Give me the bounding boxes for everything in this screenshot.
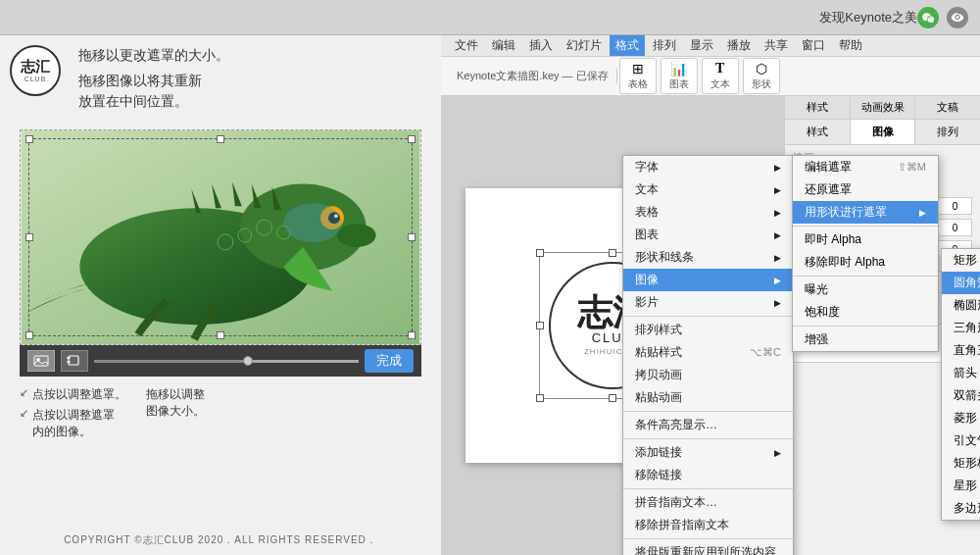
divider2 (793, 299, 972, 300)
image-tab-arrange[interactable]: 排列 (915, 120, 980, 144)
image-tabs: 样式 图像 排列 (785, 120, 980, 145)
tab-animation[interactable]: 动画效果 (851, 96, 916, 119)
keynote-toolbar: Keynote文素描图.key — 已保存 ⊞ 表格 📊 图表 T 文本 ⬡ 形… (441, 57, 980, 96)
svg-point-6 (337, 224, 376, 247)
canvas-handle-ml[interactable] (536, 322, 544, 329)
sharpness-label: 锐度 (793, 242, 814, 257)
description-label: 描述 (793, 306, 972, 320)
canvas-handle-bl[interactable] (536, 394, 544, 402)
canvas-area[interactable]: 志汇 CLUB ZHIHUICLUB (441, 96, 784, 555)
table-btn[interactable]: ⊞ 表格 (619, 58, 657, 94)
svg-point-11 (283, 203, 341, 242)
file-tab: Keynote文素描图.key — 已保存 (449, 69, 617, 83)
canvas-handle-tm[interactable] (609, 249, 616, 257)
menu-play[interactable]: 播放 (721, 35, 757, 56)
bottom-annotations: ↙ 点按以调整遮罩。 ↙ 点按以调整遮罩 内的图像。 拖移以调整 图像大小。 (0, 377, 441, 450)
right-panel: 样式 动画效果 文稿 样式 图像 排列 遮罩 (784, 96, 980, 555)
tutorial-hints: 拖移以更改遮罩的大小。 拖移图像以将其重新 放置在中间位置。 (0, 35, 441, 122)
menu-window[interactable]: 窗口 (796, 35, 831, 56)
mask-buttons (793, 170, 972, 189)
menu-format[interactable]: 格式 (610, 35, 645, 56)
divider1 (793, 264, 972, 265)
canvas-handle-br[interactable] (681, 394, 689, 402)
saturation-label: 饱和度 (793, 221, 825, 235)
sharpness-slider[interactable] (820, 248, 932, 251)
menu-share[interactable]: 共享 (759, 35, 794, 56)
logo-zh-text: 志汇 (577, 295, 648, 330)
image-tab-image[interactable]: 图像 (851, 120, 916, 144)
sidebar-inner: 遮罩 曝光 (785, 145, 980, 369)
logo-circle: 志汇 CLUB ZHIHUICLUB (549, 262, 676, 389)
keynote-panel: 文件 编辑 插入 幻灯片 格式 排列 显示 播放 共享 窗口 帮助 Keynot… (441, 35, 980, 555)
canvas-handle-bm[interactable] (609, 394, 616, 402)
canvas-handle-tr[interactable] (681, 249, 689, 257)
sharpness-row: 锐度 (793, 240, 972, 258)
top-bar: 发现Keynote之美 (0, 0, 980, 35)
svg-rect-12 (34, 356, 48, 366)
hint2: 拖移图像以将其重新 放置在中间位置。 (78, 71, 421, 112)
image-toolbar: 完成 (20, 345, 421, 377)
tutorial-panel: 志汇 CLUB 拖移以更改遮罩的大小。 拖移图像以将其重新 放置在中间位置。 (0, 35, 441, 555)
zhihui-watermark: 志汇CLUB (691, 530, 772, 547)
top-bar-icons (917, 7, 968, 28)
menu-pinyin[interactable]: 拼音指南文本… (623, 491, 793, 514)
saturation-input[interactable] (938, 219, 972, 236)
hint1: 拖移以更改遮罩的大小。 (78, 47, 421, 65)
chart-btn[interactable]: 📊 图表 (661, 58, 698, 94)
menubar: 文件 编辑 插入 幻灯片 格式 排列 显示 播放 共享 窗口 帮助 (441, 35, 980, 57)
shape-btn[interactable]: ⬡ 形状 (743, 58, 780, 94)
mask-section: 遮罩 (793, 151, 972, 189)
enhance-section: 增强 (793, 271, 972, 293)
copyright: COPYRIGHT ©志汇CLUB 2020．ALL RIGHTS RESERV… (0, 533, 441, 547)
menu-edit[interactable]: 编辑 (486, 35, 521, 56)
canvas-handle-mr[interactable] (681, 322, 689, 329)
mask-btn-2[interactable] (824, 170, 852, 189)
mask-btn-1[interactable] (793, 170, 820, 189)
svg-rect-14 (69, 356, 78, 365)
hint-drag-resize: 拖移以调整 图像大小。 (146, 386, 205, 420)
menu-view[interactable]: 显示 (684, 35, 719, 56)
saturation-row: 饱和度 (793, 219, 972, 236)
exposure-row: 曝光 (793, 197, 972, 215)
exposure-input[interactable] (938, 197, 972, 215)
logo-club-text: CLUB (592, 330, 634, 345)
tab-document[interactable]: 文稿 (915, 96, 980, 119)
logo-zhihui-text: ZHIHUICLUB (584, 347, 641, 356)
panel-top-tabs: 样式 动画效果 文稿 (785, 96, 980, 120)
slide-canvas: 志汇 CLUB ZHIHUICLUB (466, 188, 760, 463)
exposure-slider[interactable] (820, 205, 932, 208)
crop-icon[interactable] (61, 350, 88, 372)
wechat-icon[interactable] (917, 7, 939, 28)
watermark-text: 志汇CLUB (712, 530, 772, 547)
menu-remove-link[interactable]: 移除链接 (623, 464, 793, 486)
main-content: 志汇 CLUB 拖移以更改遮罩的大小。 拖移图像以将其重新 放置在中间位置。 (0, 35, 980, 555)
mask-label: 遮罩 (793, 151, 972, 166)
sharpness-input[interactable] (938, 240, 972, 258)
canvas-handle-tl[interactable] (536, 249, 544, 257)
menu-font[interactable]: 字体 (623, 156, 793, 178)
image-edit-area[interactable] (20, 129, 421, 345)
enhance-button[interactable]: 增强 (793, 271, 972, 293)
tab-style[interactable]: 样式 (785, 96, 851, 119)
image-icon[interactable] (27, 350, 55, 372)
keynote-content: 志汇 CLUB ZHIHUICLUB (441, 96, 980, 555)
image-slider[interactable] (94, 360, 359, 363)
menu-insert[interactable]: 插入 (523, 35, 559, 56)
menu-file[interactable]: 文件 (449, 35, 484, 56)
eye-icon[interactable] (947, 7, 968, 28)
image-tab-style[interactable]: 样式 (785, 120, 851, 144)
menu-arrange[interactable]: 排列 (647, 35, 682, 56)
text-btn[interactable]: T 文本 (702, 58, 739, 94)
hint-adjust-mask: 点按以调整遮罩。 (32, 386, 126, 403)
menu-slides[interactable]: 幻灯片 (561, 35, 608, 56)
saturation-slider[interactable] (831, 227, 932, 229)
exposure-label: 曝光 (793, 199, 814, 214)
done-button[interactable]: 完成 (365, 349, 414, 373)
menu-help[interactable]: 帮助 (833, 35, 868, 56)
description-input[interactable] (793, 324, 972, 363)
hint-adjust-image: 点按以调整遮罩 内的图像。 (32, 407, 115, 440)
sep4 (623, 488, 793, 489)
top-bar-title: 发现Keynote之美 (819, 9, 917, 26)
